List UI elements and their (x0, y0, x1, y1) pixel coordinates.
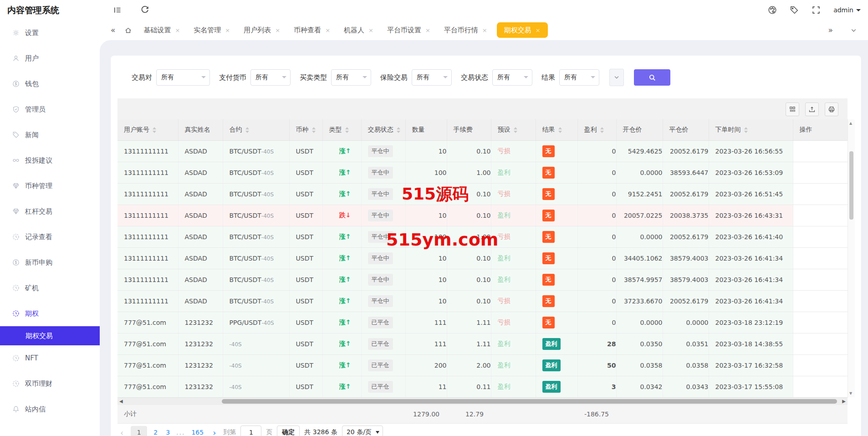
sort-icon[interactable] (345, 127, 349, 133)
tag-icon[interactable] (790, 5, 799, 15)
diamond-icon (12, 208, 20, 215)
sidebar-item-13[interactable]: NFT (0, 345, 100, 371)
cell-result: 无 (536, 312, 577, 333)
sort-icon[interactable] (558, 127, 562, 133)
filter-group-6: 结果所有 (541, 69, 599, 86)
tab-8[interactable]: 期权交易× (497, 22, 548, 38)
vertical-scrollbar[interactable]: ▲ ▼ (848, 119, 855, 397)
filter-select-6[interactable]: 所有 (559, 69, 599, 86)
sort-icon[interactable] (397, 127, 400, 133)
column-header-13: 平仓价 (663, 119, 709, 141)
filter-select-5[interactable]: 所有 (492, 69, 532, 86)
sort-icon[interactable] (153, 127, 156, 133)
sidebar-item-10[interactable]: 新币申购 (0, 250, 100, 275)
column-header-9[interactable]: 预设 (491, 119, 536, 141)
close-icon[interactable]: × (325, 27, 330, 33)
column-header-8: 手续费 (447, 119, 491, 141)
close-icon[interactable]: × (368, 27, 373, 33)
sidebar-item-3[interactable]: 钱包 (0, 71, 100, 97)
sidebar-item-8[interactable]: 杠杆交易 (0, 199, 100, 224)
sidebar-item-6[interactable]: 投拆建议 (0, 148, 100, 173)
column-header-6[interactable]: 交易状态 (361, 119, 405, 141)
sidebar-item-label: 管理员 (25, 105, 46, 114)
tab-7[interactable]: 平台币行情× (437, 20, 494, 40)
vertical-scrollbar-thumb[interactable] (849, 151, 853, 220)
tabs-scroll-right-icon[interactable]: » (828, 20, 833, 40)
admin-menu[interactable]: admin (833, 6, 861, 14)
print-icon[interactable] (825, 103, 838, 116)
sidebar-item-9[interactable]: 记录查看 (0, 224, 100, 250)
theme-palette-icon[interactable] (768, 5, 777, 15)
search-button[interactable] (634, 69, 670, 86)
filter-select-3[interactable]: 所有 (331, 69, 371, 86)
subtotal-cell-7: 1279.00 (405, 405, 447, 424)
pagination-confirm-button[interactable]: 确定 (277, 426, 300, 436)
tabs-list-chevron-icon[interactable] (850, 27, 857, 34)
pagination-page-2[interactable]: 2 (152, 429, 159, 436)
tab-2[interactable]: 实名管理× (187, 20, 237, 40)
sidebar-item-15[interactable]: 站内信 (0, 396, 100, 422)
sidebar-item-14[interactable]: 双币理财 (0, 371, 100, 396)
scroll-down-arrow-icon[interactable]: ▼ (849, 391, 852, 395)
pagination-goto-input[interactable] (240, 426, 261, 436)
pagination-page-3[interactable]: 3 (164, 429, 172, 436)
close-icon[interactable]: × (175, 27, 180, 33)
cell-amount: 111 (405, 312, 447, 333)
tab-6[interactable]: 平台币设置× (380, 20, 437, 40)
filter-select-2[interactable]: 所有 (250, 69, 291, 86)
scroll-up-arrow-icon[interactable]: ▲ (849, 121, 852, 125)
sidebar-subitem-期权交易[interactable]: 期权交易 (0, 326, 100, 345)
pagination-page-165[interactable]: 165 (189, 429, 205, 436)
menu-collapse-icon[interactable] (113, 5, 122, 15)
columns-setting-icon[interactable] (786, 103, 799, 116)
sidebar-item-12[interactable]: 期权 (0, 301, 100, 326)
sidebar-item-2[interactable]: 用户 (0, 46, 100, 71)
cell-real-name: 1231232 (178, 333, 223, 355)
horizontal-scrollbar[interactable]: ◀ ▶ (117, 397, 848, 405)
tab-5[interactable]: 机器人× (337, 20, 380, 40)
close-icon[interactable]: × (482, 27, 487, 33)
column-header-3[interactable]: 合约 (223, 119, 289, 141)
pagination-next-icon[interactable]: › (210, 428, 219, 436)
tabs-scroll-left-icon[interactable]: « (111, 20, 115, 40)
column-header-1[interactable]: 用户账号 (117, 119, 178, 141)
column-header-5[interactable]: 类型 (322, 119, 361, 141)
fullscreen-icon[interactable] (812, 5, 821, 15)
expand-filters-chevron-icon[interactable] (609, 69, 624, 86)
column-header-4[interactable]: 币种 (289, 119, 322, 141)
sidebar-item-5[interactable]: 新闻 (0, 122, 100, 148)
sidebar-item-1[interactable]: 设置 (0, 20, 100, 46)
filter-select-1[interactable]: 所有 (156, 69, 210, 86)
close-icon[interactable]: × (225, 27, 230, 33)
sort-icon[interactable] (312, 127, 316, 133)
close-icon[interactable]: × (275, 27, 280, 33)
sort-icon[interactable] (245, 127, 249, 133)
refresh-icon[interactable] (140, 5, 149, 15)
column-header-11[interactable]: 盈利 (577, 119, 616, 141)
column-header-14[interactable]: 下单时间 (709, 119, 793, 141)
page-size-select[interactable]: 20 条/页 (342, 426, 383, 436)
scroll-left-arrow-icon[interactable]: ◀ (119, 399, 123, 404)
cell-contract: -40S (223, 376, 289, 398)
export-icon[interactable] (805, 103, 819, 116)
close-icon[interactable]: × (536, 27, 541, 33)
close-icon[interactable]: × (425, 27, 430, 33)
top-header-bar: 内容管理系统 admin (0, 0, 868, 20)
sidebar-item-7[interactable]: 币种管理 (0, 173, 100, 199)
tab-3[interactable]: 用户列表× (237, 20, 287, 40)
sidebar-item-4[interactable]: 管理员 (0, 97, 100, 122)
tab-4[interactable]: 币种查看× (287, 20, 337, 40)
column-header-10[interactable]: 结果 (536, 119, 577, 141)
scroll-right-arrow-icon[interactable]: ▶ (842, 399, 846, 404)
sort-icon[interactable] (514, 127, 517, 133)
pagination-prev-icon[interactable]: ‹ (117, 428, 126, 436)
sidebar-item-11[interactable]: 矿机 (0, 275, 100, 301)
filter-select-4[interactable]: 所有 (412, 69, 452, 86)
tab-1[interactable]: 基础设置× (137, 20, 187, 40)
horizontal-scrollbar-thumb[interactable] (222, 399, 837, 404)
sort-icon[interactable] (744, 127, 748, 133)
home-icon[interactable] (124, 26, 132, 34)
cell-real-name: 1231232 (178, 376, 223, 398)
sort-icon[interactable] (600, 127, 604, 133)
pagination-page-current[interactable]: 1 (131, 426, 147, 436)
